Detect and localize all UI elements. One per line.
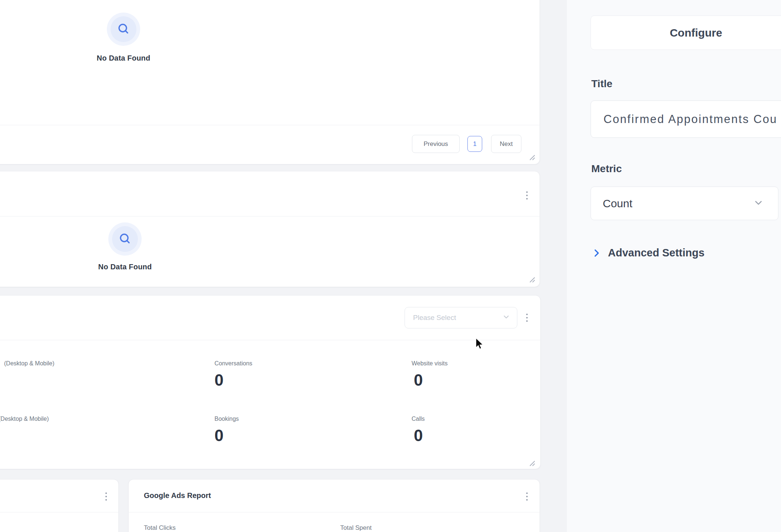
metric-label: (Desktop & Mobile) (4, 360, 54, 367)
previous-page-button[interactable]: Previous (412, 135, 460, 153)
widget-title: Google Ads Report (144, 491, 211, 500)
advanced-settings-label: Advanced Settings (608, 247, 704, 259)
metric-label: (Desktop & Mobile) (0, 416, 49, 422)
tab-configure-label: Configure (591, 27, 781, 39)
google-ads-report-widget: Google Ads Report Total Clicks Total Spe… (128, 479, 540, 532)
next-page-button[interactable]: Next (491, 135, 521, 153)
pagination-divider (0, 125, 540, 125)
metric-field-label: Metric (591, 163, 622, 175)
metric-value: 0 (214, 426, 223, 445)
metric-value: 0 (214, 371, 223, 389)
advanced-settings-toggle[interactable]: Advanced Settings (591, 247, 704, 259)
title-field-label: Title (591, 78, 612, 90)
empty-state-text: No Data Found (64, 54, 183, 62)
resize-handle-icon[interactable] (528, 154, 536, 161)
empty-widget: No Data Found (0, 171, 540, 287)
chevron-right-icon (591, 248, 602, 258)
metric-label: Conversations (214, 360, 252, 367)
stat-label: Total Clicks (144, 524, 176, 532)
metric-label: Website visits (412, 360, 448, 367)
title-input[interactable] (591, 100, 781, 138)
metric-select-value: Count (591, 197, 632, 210)
widget-menu-icon[interactable] (103, 491, 109, 502)
filter-select[interactable]: Please Select (405, 307, 517, 328)
tab-configure[interactable]: Configure (591, 16, 781, 50)
search-icon (111, 16, 136, 42)
stat-label: Total Spent (340, 524, 372, 532)
metric-select[interactable]: Count (591, 187, 778, 220)
widget-header-divider (0, 216, 540, 216)
mouse-cursor-icon (474, 337, 487, 350)
resize-handle-icon[interactable] (528, 276, 536, 283)
widget-menu-icon[interactable] (524, 491, 530, 502)
side-widget (0, 479, 119, 532)
widget-menu-icon[interactable] (524, 190, 530, 201)
metric-value: 0 (414, 426, 423, 445)
widget-header-divider (0, 512, 118, 512)
chevron-down-icon (502, 313, 510, 323)
filter-select-placeholder: Please Select (405, 314, 456, 322)
dashboard-screen: No Data Found Previous 1 Next No Data Fo… (0, 0, 781, 532)
metric-value: 0 (414, 371, 423, 389)
ads-overview-widget: Please Select (Desktop & Mobile) Convers… (0, 295, 541, 469)
empty-state-text: No Data Found (66, 263, 184, 271)
search-icon (112, 226, 138, 252)
table-widget: No Data Found Previous 1 Next (0, 0, 540, 164)
page-number-button[interactable]: 1 (467, 136, 482, 152)
widget-header-divider (0, 340, 540, 340)
metric-label: Calls (412, 416, 425, 422)
resize-handle-icon[interactable] (528, 460, 536, 467)
widget-header-divider (129, 512, 540, 512)
configure-panel: Configure Title Metric Count Advanced Se… (567, 0, 781, 532)
metric-label: Bookings (214, 416, 239, 422)
widget-menu-icon[interactable] (524, 312, 530, 323)
chevron-down-icon (753, 197, 764, 210)
